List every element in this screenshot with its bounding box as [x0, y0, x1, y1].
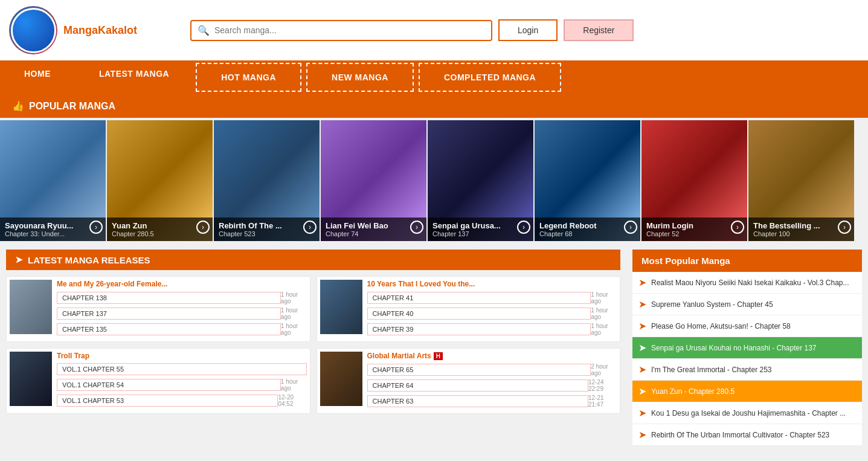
nav-new[interactable]: NEW MANGA — [306, 63, 414, 92]
left-col: ➤ LATEST MANGA RELEASES Me and My 26-yea… — [0, 243, 626, 452]
chapter-btn-4-2[interactable]: CHAPTER 64 — [367, 379, 588, 392]
popular-section: 👍 POPULAR MANGA Sayounara Ryuu... Chapte… — [0, 94, 868, 243]
popular-item-text-2: Supreme Yanluo System - Chapter 45 — [651, 300, 773, 309]
popular-list-item-8[interactable]: ➤ Rebirth Of The Urban Immortal Cultivat… — [632, 424, 862, 446]
manga-card-8[interactable]: The Bestselling ... Chapter 100 › — [748, 120, 854, 241]
chapter-row-2-1: CHAPTER 41 1 hour ago — [367, 291, 617, 306]
chapter-time-2-1: 1 hour ago — [591, 291, 617, 305]
header: MangaKakalot 🔍 Login Register — [0, 0, 868, 60]
popular-list-item-7[interactable]: ➤ Kou 1 Desu ga Isekai de Joushu Hajimem… — [632, 402, 862, 424]
chapter-btn-1-3[interactable]: CHAPTER 135 — [57, 323, 281, 335]
chapter-btn-3-3[interactable]: VOL.1 CHAPTER 53 — [57, 395, 278, 407]
popular-item-text-4: Senpai ga Urusai Kouhai no Hanashi - Cha… — [651, 344, 817, 352]
manga-card-arrow-8: › — [838, 221, 851, 234]
arrow-icon-7: ➤ — [638, 407, 646, 419]
chapter-time-2-3: 1 hour ago — [591, 323, 617, 336]
chapter-time-4-2: 12-24 22:29 — [588, 379, 617, 392]
popular-list-item-6[interactable]: ➤ Yuan Zun - Chapter 280.5 — [632, 381, 862, 402]
nav-home[interactable]: HOME — [0, 60, 75, 94]
latest-thumb-4 — [320, 352, 362, 406]
chapter-row-3-2: VOL.1 CHAPTER 54 1 hour ago — [57, 378, 307, 393]
manga-card-5[interactable]: Senpai ga Urusa... Chapter 137 › — [428, 120, 533, 241]
search-input[interactable] — [214, 25, 485, 35]
popular-list-item-4[interactable]: ➤ Senpai ga Urusai Kouhai no Hanashi - C… — [632, 337, 862, 359]
popular-item-text-3: Please Go Home, Akutsu-san! - Chapter 58 — [651, 322, 791, 330]
chapter-btn-2-2[interactable]: CHAPTER 40 — [367, 308, 591, 320]
chapter-time-4-3: 12-21 21:47 — [588, 395, 617, 408]
nav-hot[interactable]: HOT MANGA — [196, 63, 301, 92]
manga-card-1[interactable]: Sayounara Ryuu... Chapter 33: Under... › — [0, 120, 106, 241]
manga-card-2[interactable]: Yuan Zun Chapter 280.5 › — [107, 120, 213, 241]
manga-card-arrow-2: › — [196, 221, 210, 234]
chapter-row-4-2: CHAPTER 64 12-24 22:29 — [367, 379, 617, 393]
chapter-row-2-3: CHAPTER 39 1 hour ago — [367, 323, 617, 337]
popular-title: POPULAR MANGA — [29, 101, 115, 112]
chapter-time-3-3: 12-20 04:52 — [278, 394, 306, 407]
search-box: 🔍 — [190, 20, 492, 41]
latest-info-1: Me and My 26-year-old Female... CHAPTER … — [57, 280, 307, 338]
chapter-row-1-3: CHAPTER 135 1 hour ago — [57, 323, 307, 337]
chapter-btn-1-1[interactable]: CHAPTER 138 — [57, 292, 281, 304]
arrow-icon-3: ➤ — [638, 320, 646, 332]
chapter-btn-4-1[interactable]: CHAPTER 65 — [367, 364, 591, 376]
arrow-icon-1: ➤ — [638, 277, 646, 288]
manga-card-arrow-3: › — [303, 221, 317, 234]
h-badge: H — [434, 352, 443, 360]
chapter-btn-3-2[interactable]: VOL.1 CHAPTER 54 — [57, 379, 281, 391]
manga-card-4[interactable]: Lian Fei Wei Bao Chapter 74 › — [321, 120, 426, 241]
manga-cards: Sayounara Ryuu... Chapter 33: Under... ›… — [0, 118, 868, 243]
chapter-btn-2-3[interactable]: CHAPTER 39 — [367, 323, 591, 335]
logo-area: MangaKakalot — [9, 6, 178, 54]
popular-list-item-3[interactable]: ➤ Please Go Home, Akutsu-san! - Chapter … — [632, 315, 862, 337]
arrow-icon-6: ➤ — [638, 385, 646, 397]
latest-item-1: Me and My 26-year-old Female... CHAPTER … — [6, 276, 310, 342]
logo-icon — [9, 6, 57, 54]
manga-card-arrow-4: › — [410, 221, 423, 234]
manga-card-7[interactable]: Murim Login Chapter 52 › — [641, 120, 747, 241]
register-button[interactable]: Register — [564, 19, 634, 41]
main-nav: HOME LATEST MANGA HOT MANGA NEW MANGA CO… — [0, 60, 868, 94]
latest-title-1[interactable]: Me and My 26-year-old Female... — [57, 280, 307, 288]
chapter-btn-3-1[interactable]: VOL.1 CHAPTER 55 — [57, 363, 307, 375]
search-icon: 🔍 — [198, 25, 210, 36]
latest-title-3[interactable]: Troll Trap — [57, 352, 307, 360]
chapter-row-4-1: CHAPTER 65 2 hour ago — [367, 363, 617, 378]
latest-icon: ➤ — [15, 254, 23, 265]
chapter-row-3-1: VOL.1 CHAPTER 55 — [57, 363, 307, 377]
arrow-icon-5: ➤ — [638, 364, 646, 375]
chapter-time-1-2: 1 hour ago — [281, 307, 307, 320]
login-button[interactable]: Login — [498, 19, 558, 41]
manga-card-arrow-5: › — [517, 221, 530, 234]
site-name: MangaKakalot — [63, 24, 137, 37]
latest-title-2[interactable]: 10 Years That I Loved You the... — [367, 280, 617, 288]
chapter-btn-4-3[interactable]: CHAPTER 63 — [367, 395, 588, 407]
arrow-icon-2: ➤ — [638, 298, 646, 310]
popular-item-text-7: Kou 1 Desu ga Isekai de Joushu Hajimemas… — [651, 409, 846, 417]
popular-list-item-1[interactable]: ➤ Realist Maou Niyoru Seiiki Naki Isekai… — [632, 272, 862, 294]
chapter-time-3-2: 1 hour ago — [281, 378, 307, 392]
popular-item-text-5: I'm The Great Immortal - Chapter 253 — [651, 366, 771, 374]
latest-title-4[interactable]: Global Martial Arts H — [367, 352, 617, 360]
chapter-time-1-1: 1 hour ago — [281, 291, 307, 305]
manga-card-arrow-6: › — [624, 221, 637, 234]
manga-card-arrow-1: › — [89, 221, 103, 234]
chapter-row-2-2: CHAPTER 40 1 hour ago — [367, 307, 617, 321]
chapter-time-2-2: 1 hour ago — [591, 307, 617, 320]
popular-item-text-6: Yuan Zun - Chapter 280.5 — [651, 387, 735, 396]
right-col: Most Popular Manga ➤ Realist Maou Niyoru… — [626, 243, 868, 452]
manga-card-3[interactable]: Rebirth Of The ... Chapter 523 › — [214, 120, 320, 241]
popular-list-item-5[interactable]: ➤ I'm The Great Immortal - Chapter 253 — [632, 359, 862, 381]
latest-title: LATEST MANGA RELEASES — [28, 255, 150, 265]
chapter-btn-2-1[interactable]: CHAPTER 41 — [367, 292, 591, 304]
latest-item-3: Troll Trap VOL.1 CHAPTER 55 VOL.1 CHAPTE… — [6, 348, 310, 414]
manga-card-6[interactable]: Legend Reboot Chapter 68 › — [535, 120, 640, 241]
latest-item-2: 10 Years That I Loved You the... CHAPTER… — [317, 276, 621, 342]
popular-sidebar-title: Most Popular Manga — [641, 256, 730, 266]
auth-buttons: Login Register — [498, 19, 634, 41]
chapter-btn-1-2[interactable]: CHAPTER 137 — [57, 308, 281, 320]
nav-completed[interactable]: COMPLETED MANGA — [419, 63, 561, 92]
nav-latest[interactable]: LATEST MANGA — [75, 60, 193, 94]
manga-card-arrow-7: › — [731, 221, 744, 234]
popular-item-text-1: Realist Maou Niyoru Seiiki Naki Isekai K… — [651, 279, 849, 287]
popular-list-item-2[interactable]: ➤ Supreme Yanluo System - Chapter 45 — [632, 294, 862, 315]
